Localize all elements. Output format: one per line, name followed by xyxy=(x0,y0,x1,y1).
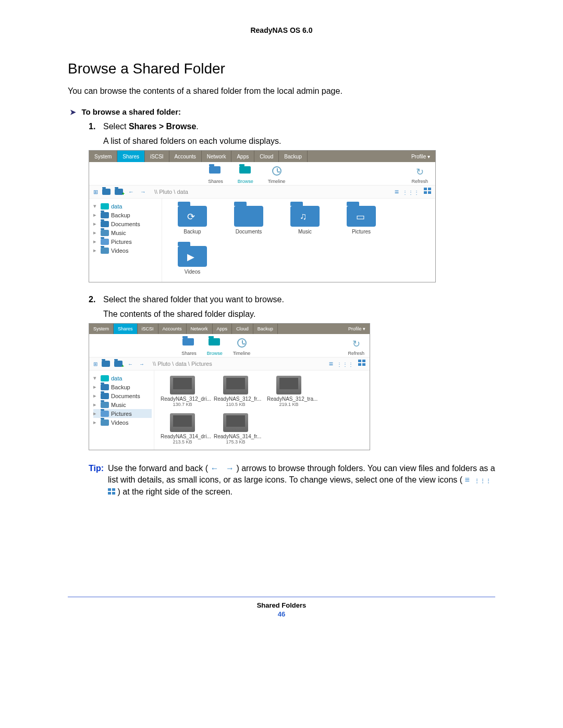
large-icons-view-icon[interactable] xyxy=(358,360,365,366)
subtab-timeline[interactable]: Timeline xyxy=(233,338,251,356)
refresh-button[interactable]: ↻ Refresh xyxy=(411,166,428,184)
tree-item[interactable]: ▸Documents xyxy=(93,391,152,400)
folder-icon xyxy=(101,230,109,236)
tab-apps[interactable]: Apps xyxy=(231,151,254,162)
forward-arrow-icon: → xyxy=(226,464,234,473)
tree-item[interactable]: ▸Backup xyxy=(93,211,160,219)
large-icons-view-icon xyxy=(108,488,115,495)
back-button[interactable]: ← xyxy=(127,361,134,367)
tab-iscsi[interactable]: iSCSI xyxy=(138,324,158,334)
triangle-icon: ➤ xyxy=(70,108,76,116)
tab-network[interactable]: Network xyxy=(202,151,232,162)
subtab-shares[interactable]: Shares xyxy=(208,166,223,184)
subtab-browse[interactable]: Browse xyxy=(238,166,253,184)
forward-button[interactable]: → xyxy=(139,189,147,195)
tree-toggle-icon[interactable]: ⊞ xyxy=(93,189,98,195)
tree-item-selected[interactable]: ▸Pictures xyxy=(93,409,152,418)
folder-music[interactable]: ♫Music xyxy=(284,206,326,235)
folder-icon xyxy=(101,419,109,426)
screenshot-1: System Shares iSCSI Accounts Network App… xyxy=(89,150,436,282)
page-title: Browse a Shared Folder xyxy=(68,60,495,77)
subtab-shares[interactable]: Shares xyxy=(181,338,197,356)
file-thumb-icon xyxy=(276,376,301,394)
page-number: 46 xyxy=(68,610,495,618)
step-1: 1. Select Shares > Browse. xyxy=(89,122,495,131)
small-icons-view-icon[interactable] xyxy=(402,188,420,196)
file-item[interactable]: ReadyNAS_312_tra...219.1 KB xyxy=(267,376,311,407)
folder-backup[interactable]: ⟳Backup xyxy=(172,206,213,235)
folder-icon xyxy=(101,212,109,218)
refresh-button[interactable]: ↻Refresh xyxy=(348,338,364,356)
list-view-icon xyxy=(465,475,470,484)
new-folder-icon[interactable] xyxy=(102,189,111,195)
folder-pictures[interactable]: ▭Pictures xyxy=(340,206,382,235)
file-item[interactable]: ReadyNAS_312_fr...110.5 KB xyxy=(214,376,258,407)
forward-button[interactable]: → xyxy=(138,361,145,367)
tree-item[interactable]: ▸Documents xyxy=(93,219,160,228)
back-button[interactable]: ← xyxy=(127,189,135,195)
folder-icon xyxy=(101,384,109,390)
large-icons-view-icon[interactable] xyxy=(424,188,431,194)
tree-root[interactable]: ▾data xyxy=(93,374,152,382)
tab-accounts[interactable]: Accounts xyxy=(158,324,187,334)
tree-toggle-icon[interactable]: ⊞ xyxy=(93,361,97,367)
tab-iscsi[interactable]: iSCSI xyxy=(145,151,169,162)
tip-label: Tip: xyxy=(89,463,104,498)
new-folder-plus-icon[interactable]: + xyxy=(114,361,123,367)
step1-sub: A list of shared folders on each volume … xyxy=(103,137,495,146)
tab-shares[interactable]: Shares xyxy=(114,324,138,334)
folder-icon xyxy=(101,411,109,417)
file-thumb-icon xyxy=(170,376,195,394)
tab-backup[interactable]: Backup xyxy=(279,151,307,162)
path-breadcrumb: \\ Pluto \ data \ Pictures xyxy=(153,361,212,367)
tab-backup[interactable]: Backup xyxy=(253,324,278,334)
top-nav: System Shares iSCSI Accounts Network App… xyxy=(89,151,435,162)
file-thumb-icon xyxy=(223,376,248,394)
step2-sub: The contents of the shared folder displa… xyxy=(103,310,495,319)
folder-documents[interactable]: Documents xyxy=(228,206,270,235)
file-grid: ReadyNAS_312_dri...130.7 KB ReadyNAS_312… xyxy=(154,371,370,450)
tab-network[interactable]: Network xyxy=(187,324,213,334)
sub-nav: Shares Browse Timeline ↻ Refresh xyxy=(89,162,435,185)
folder-icon xyxy=(101,221,109,227)
profile-menu[interactable]: Profile ▾ xyxy=(344,324,370,334)
small-icons-view-icon[interactable] xyxy=(337,360,354,368)
file-item[interactable]: ReadyNAS_314_dri...213.5 KB xyxy=(161,413,204,445)
folder-icon xyxy=(101,393,109,399)
tree-item[interactable]: ▸Videos xyxy=(93,418,152,427)
list-view-icon[interactable] xyxy=(329,360,333,368)
step-2: 2. Select the shared folder that you wan… xyxy=(89,295,495,304)
folder-icon xyxy=(101,239,109,245)
list-view-icon[interactable] xyxy=(395,188,398,196)
new-folder-plus-icon[interactable]: + xyxy=(115,189,123,195)
file-thumb-icon xyxy=(223,413,248,432)
folder-videos[interactable]: ▶Videos xyxy=(172,246,213,275)
file-item[interactable]: ReadyNAS_312_dri...130.7 KB xyxy=(161,376,204,407)
tree-item[interactable]: ▸Videos xyxy=(93,246,160,255)
profile-menu[interactable]: Profile ▾ xyxy=(406,151,435,162)
tab-accounts[interactable]: Accounts xyxy=(169,151,202,162)
tree-item[interactable]: ▸Backup xyxy=(93,382,152,391)
tab-shares[interactable]: Shares xyxy=(117,151,145,162)
page-footer: Shared Folders 46 xyxy=(68,597,495,618)
new-folder-icon[interactable] xyxy=(102,361,110,367)
disk-icon xyxy=(101,375,109,381)
subtab-timeline[interactable]: Timeline xyxy=(268,166,286,184)
file-item[interactable]: ReadyNAS_314_fr...175.3 KB xyxy=(214,413,258,445)
tip-box: Tip: Use the forward and back ( ← → ) ar… xyxy=(89,463,495,498)
small-icons-view-icon xyxy=(474,475,492,484)
file-thumb-icon xyxy=(170,413,195,432)
tab-cloud[interactable]: Cloud xyxy=(232,324,253,334)
tab-system[interactable]: System xyxy=(89,151,117,162)
tab-apps[interactable]: Apps xyxy=(213,324,232,334)
subtab-browse[interactable]: Browse xyxy=(207,338,223,356)
tab-cloud[interactable]: Cloud xyxy=(254,151,279,162)
tree-item[interactable]: ▸Music xyxy=(93,228,160,237)
intro-text: You can browse the contents of a shared … xyxy=(68,87,495,96)
tab-system[interactable]: System xyxy=(89,324,114,334)
tree-item[interactable]: ▸Music xyxy=(93,400,152,409)
tree-item[interactable]: ▸Pictures xyxy=(93,237,160,246)
tree-root[interactable]: ▾data xyxy=(93,202,160,211)
back-arrow-icon: ← xyxy=(211,464,219,473)
doc-header: ReadyNAS OS 6.0 xyxy=(68,26,495,34)
